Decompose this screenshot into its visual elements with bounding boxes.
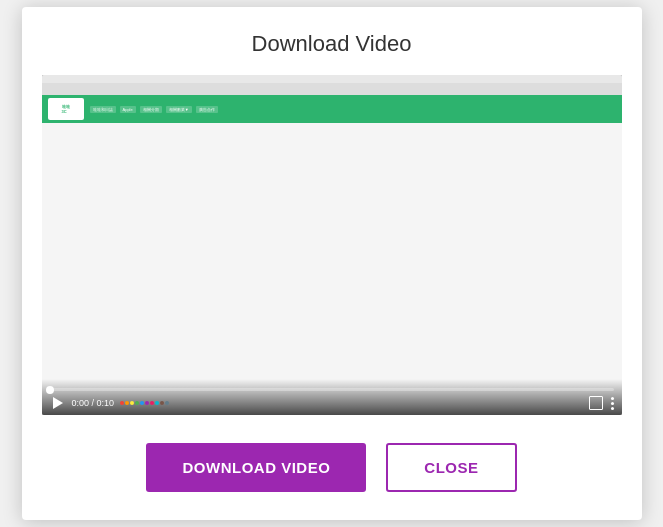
nav-item: 哇哇和日誌 [90, 106, 116, 113]
nav-item: Apple [120, 106, 136, 113]
controls-left: 0:00 / 0:10 [50, 395, 170, 411]
play-icon [53, 397, 63, 409]
color-dots [120, 401, 169, 405]
color-dot-cyan [155, 401, 159, 405]
more-options-icon[interactable] [611, 397, 614, 410]
modal-title: Download Video [252, 31, 412, 57]
download-video-modal: Download Video 哇哇3C 哇哇和日誌 Apple 相關分類 相關數… [22, 7, 642, 520]
nav-item: 相關數業▼ [166, 106, 192, 113]
color-dot-green [135, 401, 139, 405]
progress-bar[interactable] [50, 388, 614, 391]
menu-dot [611, 397, 614, 400]
browser-topbar [42, 75, 622, 83]
color-dot-orange [125, 401, 129, 405]
action-buttons: DOWNLOAD VIDEO CLOSE [146, 443, 516, 492]
color-dot-pink [150, 401, 154, 405]
play-button[interactable] [50, 395, 66, 411]
close-button[interactable]: CLOSE [386, 443, 516, 492]
color-dot-purple [145, 401, 149, 405]
nav-item: 相關分類 [140, 106, 162, 113]
color-dot-yellow [130, 401, 134, 405]
video-controls: 0:00 / 0:10 [42, 379, 622, 415]
nav-item: 廣告合作 [196, 106, 218, 113]
site-logo: 哇哇3C [48, 98, 84, 120]
video-content: 哇哇3C 哇哇和日誌 Apple 相關分類 相關數業▼ 廣告合作 [42, 75, 622, 415]
video-player[interactable]: 哇哇3C 哇哇和日誌 Apple 相關分類 相關數業▼ 廣告合作 [42, 75, 622, 415]
color-dot-red [120, 401, 124, 405]
tab-bar [42, 83, 622, 95]
download-video-button[interactable]: DOWNLOAD VIDEO [146, 443, 366, 492]
fullscreen-icon[interactable] [589, 396, 603, 410]
color-dot-grey [165, 401, 169, 405]
time-display: 0:00 / 0:10 [72, 398, 115, 408]
site-nav: 哇哇和日誌 Apple 相關分類 相關數業▼ 廣告合作 [90, 106, 218, 113]
menu-dot [611, 407, 614, 410]
site-header: 哇哇3C 哇哇和日誌 Apple 相關分類 相關數業▼ 廣告合作 [42, 95, 622, 123]
color-dot-brown [160, 401, 164, 405]
controls-right [589, 396, 614, 410]
menu-dot [611, 402, 614, 405]
progress-thumb [46, 386, 54, 394]
controls-row: 0:00 / 0:10 [50, 395, 614, 411]
color-dot-blue [140, 401, 144, 405]
